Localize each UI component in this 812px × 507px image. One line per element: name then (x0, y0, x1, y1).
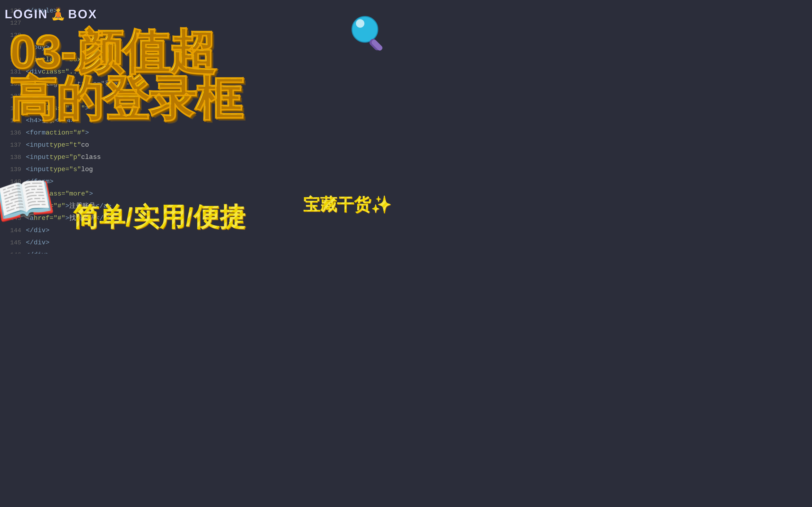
title-box: BOX (68, 7, 98, 21)
overlay: LOGIN 🧘 BOX 03-颜值超 高的登录框 📖 简单/实用/便捷 宝藏干货… (0, 0, 406, 253)
title-bar: LOGIN 🧘 BOX (5, 7, 97, 21)
treasure-label: 宝藏干货 (303, 195, 371, 214)
headline-line2: 高的登录框 (9, 75, 397, 122)
headline-line1: 03-颜值超 (9, 28, 397, 75)
book-icon: 📖 (0, 168, 58, 235)
headline: 03-颜值超 高的登录框 (9, 28, 397, 122)
svg-point-1 (356, 19, 364, 28)
treasure-text: 宝藏干货✨ (303, 193, 392, 216)
subtitle: 简单/实用/便捷 (73, 200, 246, 235)
star-icon: ✨ (371, 195, 392, 214)
monk-emoji: 🧘 (51, 7, 66, 21)
title-login: LOGIN (5, 7, 48, 21)
